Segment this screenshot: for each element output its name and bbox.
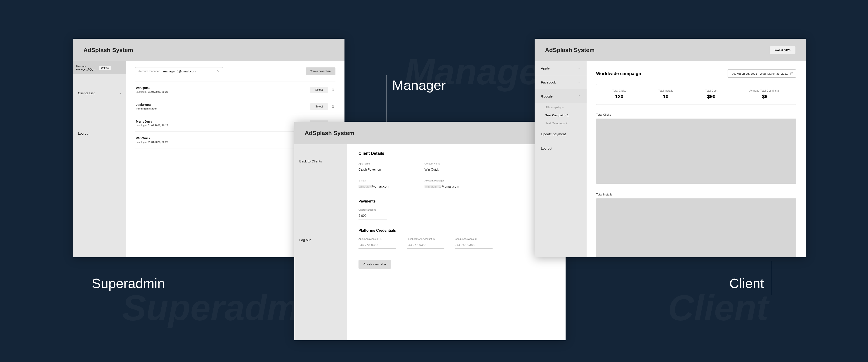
app-title: AdSplash System: [84, 47, 133, 54]
accordion-google[interactable]: Google ⌃: [535, 89, 587, 103]
accordion-facebook[interactable]: Facebook ⌄: [535, 75, 587, 89]
select-client-button[interactable]: Select: [310, 87, 328, 93]
header: AdSplash System: [294, 122, 565, 144]
input-email[interactable]: winquick@gmail.com: [359, 184, 415, 190]
create-client-button[interactable]: Create new Client: [306, 67, 336, 75]
account-manager-filter[interactable]: Account manager manager_1@gmail.com: [135, 67, 223, 75]
role-label-manager: Manager: [392, 77, 446, 93]
field-google-ads: Google Ads Account: [455, 238, 493, 249]
sidebar-item-back[interactable]: Back to Clients: [294, 154, 347, 169]
sidebar-label: Clients List: [78, 91, 94, 95]
mini-logout-button[interactable]: Log out: [99, 65, 111, 70]
field-facebook-ads: Facebook Ads Account ID: [407, 238, 444, 249]
chevron-up-icon: ⌃: [578, 95, 580, 98]
panel-manager: AdSplash System Back to Clients Log out …: [294, 122, 565, 340]
sidebar: Manager: manager_1@g… Log out Clients Li…: [73, 61, 126, 257]
platforms-title: Platforms Credentials: [359, 228, 554, 232]
filter-label: Account manager: [138, 70, 160, 73]
campaign-sub-item[interactable]: All campaigns: [535, 103, 587, 111]
stat-item: Total Installs 10: [658, 89, 673, 100]
sidebar: Back to Clients Log out: [294, 144, 347, 340]
userbox-label: Manager:: [76, 65, 96, 68]
role-label-superadmin: Superadmin: [92, 276, 165, 291]
app-title: AdSplash System: [305, 130, 354, 137]
header: AdSplash System Wallet $120: [535, 39, 806, 61]
app-title: AdSplash System: [545, 47, 595, 54]
client-row: WinQuick Last login: 01.04.2021, 20:23 S…: [135, 81, 336, 98]
sidebar-item-logout[interactable]: Log out: [535, 141, 587, 155]
campaign-sub-item[interactable]: Test Campaign 2: [535, 119, 587, 127]
input-charge-amount[interactable]: [359, 213, 387, 220]
sidebar-label: Back to Clients: [299, 159, 322, 163]
input-app-name[interactable]: [359, 167, 415, 173]
calendar-icon: [790, 72, 794, 75]
input-google-ads[interactable]: [455, 242, 493, 249]
client-subtext: Last login: 01.04.2021, 20:23: [136, 90, 168, 93]
chevron-down-icon: ⌄: [578, 81, 580, 84]
role-label-client: Client: [730, 276, 764, 291]
field-account-manager: Account Manager manager_1@gmail.com: [425, 179, 482, 190]
stats-card: Total Clicks 120Total Installs 10Total C…: [596, 84, 796, 105]
sidebar-item-logout[interactable]: Log out: [294, 232, 347, 248]
input-account-manager[interactable]: manager_1@gmail.com: [425, 184, 482, 190]
client-name: MerryJerry: [136, 120, 168, 123]
sidebar-item-logout[interactable]: Log out: [73, 126, 126, 141]
client-name: WinQuick: [136, 86, 168, 90]
field-app-name: App name: [359, 162, 415, 173]
userbox-email: manager_1@g…: [76, 68, 96, 71]
header: AdSplash System: [73, 39, 344, 61]
input-apple-ads[interactable]: [359, 242, 396, 249]
filter-value: manager_1@gmail.com: [163, 70, 213, 73]
date-range-value: Tue, March 2d, 2021 - Wed, March 3d, 202…: [730, 72, 788, 75]
sidebar-item-update-payment[interactable]: Update payment: [535, 127, 587, 141]
campaign-sub-item[interactable]: Test Campaign 1: [535, 111, 587, 119]
field-email: E-mail winquick@gmail.com: [359, 179, 415, 190]
payments-title: Payments: [359, 199, 554, 203]
content: Worldwide campaign Tue, March 2d, 2021 -…: [587, 61, 806, 257]
accordion-apple[interactable]: Apple ⌄: [535, 61, 587, 75]
date-range-picker[interactable]: Tue, March 2d, 2021 - Wed, March 3d, 202…: [727, 69, 796, 78]
stat-item: Total Clicks 120: [612, 89, 626, 100]
create-campaign-button[interactable]: Create campaign: [359, 260, 391, 269]
sidebar: Apple ⌄ Facebook ⌄ Google ⌃ All campaign…: [535, 61, 587, 257]
stat-label: Avarage Total Cost/Install: [749, 89, 780, 92]
userbox: Manager: manager_1@g… Log out: [73, 61, 126, 74]
trash-icon[interactable]: [331, 88, 335, 92]
stat-value: 120: [612, 94, 626, 100]
client-subtext: Last login: 01.04.2021, 20:23: [136, 141, 168, 143]
campaign-title: Worldwide campaign: [596, 71, 641, 76]
input-facebook-ads[interactable]: [407, 242, 444, 249]
client-subtext: Last login: 01.04.2021, 20:23: [136, 124, 168, 127]
client-name: JackFrost: [136, 103, 157, 107]
client-name: WinQuick: [136, 136, 168, 140]
stat-value: $9: [749, 94, 780, 100]
client-row: JackFrost Pending Invitation Select: [135, 98, 336, 115]
panel-client: AdSplash System Wallet $120 Apple ⌄ Face…: [535, 39, 806, 257]
client-subtext: Pending Invitation: [136, 107, 157, 110]
stat-label: Total Cost: [705, 89, 717, 92]
stat-item: Total Cost $90: [705, 89, 717, 100]
svg-rect-0: [790, 73, 793, 75]
chart-label-installs: Total Installs: [596, 193, 796, 196]
stat-label: Total Installs: [658, 89, 673, 92]
trash-icon[interactable]: [331, 105, 335, 108]
content: Client Details Edit Deta App name Contac…: [347, 144, 565, 340]
input-contact-name[interactable]: [425, 167, 482, 173]
guideline-superadmin: [84, 261, 84, 295]
sidebar-label: Log out: [78, 132, 89, 135]
stat-item: Avarage Total Cost/Install $9: [749, 89, 780, 100]
field-contact-name: Contact Name: [425, 162, 482, 173]
guideline-client: [771, 261, 771, 295]
chart-label-clicks: Total Clicks: [596, 113, 796, 116]
sidebar-item-clients-list[interactable]: Clients List: [73, 85, 126, 101]
wallet-badge[interactable]: Wallet $120: [770, 46, 796, 54]
chart-total-clicks: [596, 118, 796, 184]
chevron-down-icon: ⌄: [578, 67, 580, 70]
sidebar-label: Log out: [299, 238, 311, 242]
section-title: Client Details: [359, 151, 384, 156]
bg-word-client: Client: [668, 287, 768, 329]
select-client-button[interactable]: Select: [310, 103, 328, 110]
field-apple-ads: Apple Ads Account ID: [359, 238, 396, 249]
funnel-icon: [217, 70, 220, 73]
chart-total-installs: [596, 198, 796, 257]
